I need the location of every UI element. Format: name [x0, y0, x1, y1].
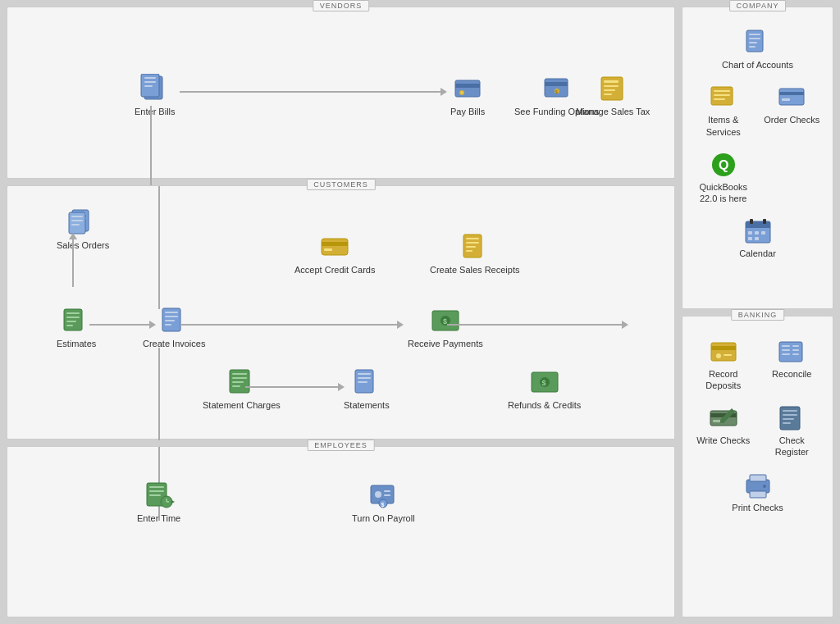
svg-rect-6 — [144, 81, 156, 83]
svg-rect-58 — [358, 381, 368, 383]
svg-rect-87 — [782, 98, 790, 101]
customers-section: CUSTOMERS Sales Orders — [7, 185, 675, 440]
svg-rect-118 — [783, 422, 791, 424]
pay-bills-item[interactable]: Pay Bills — [450, 73, 485, 117]
svg-rect-29 — [64, 309, 82, 330]
svg-rect-101 — [711, 346, 736, 350]
svg-rect-46 — [466, 238, 479, 239]
svg-text:$: $ — [541, 379, 546, 387]
company-label: COMPANY — [729, 0, 787, 11]
enter-time-item[interactable]: Enter Time — [137, 480, 180, 524]
check-register-item[interactable]: Check Register — [760, 399, 825, 463]
print-checks-label: Print Checks — [732, 502, 783, 513]
svg-rect-27 — [71, 220, 83, 221]
calendar-item[interactable]: Calendar — [691, 212, 824, 264]
turn-on-payroll-icon: $ — [367, 480, 399, 511]
calendar-label: Calendar — [739, 248, 776, 259]
employees-label: EMPLOYEES — [307, 440, 375, 451]
manage-sales-tax-icon — [596, 73, 629, 104]
line-v-bottom — [158, 348, 160, 440]
svg-rect-64 — [149, 490, 164, 492]
svg-rect-20 — [604, 93, 612, 95]
manage-sales-tax-item[interactable]: Manage Sales Tax — [576, 73, 650, 117]
svg-rect-79 — [749, 42, 757, 43]
chart-of-accounts-item[interactable]: Chart of Accounts — [691, 24, 824, 75]
items-services-item[interactable]: Items & Services — [691, 79, 756, 143]
order-checks-label: Order Checks — [764, 114, 819, 125]
accept-cc-item[interactable]: Accept Credit Cards — [294, 231, 375, 276]
calendar-icon — [743, 217, 773, 245]
banking-label: BANKING — [731, 309, 785, 321]
svg-point-71 — [375, 491, 381, 498]
estimates-item[interactable]: Estimates — [57, 305, 96, 349]
svg-rect-105 — [782, 345, 790, 347]
arrow-bills-pay — [180, 91, 442, 93]
svg-rect-92 — [746, 225, 770, 228]
svg-rect-28 — [71, 224, 80, 225]
arrow-ci-rp — [181, 324, 399, 326]
statement-charges-item[interactable]: Statement Charges — [203, 367, 281, 411]
vendors-label: VENDORS — [313, 0, 370, 11]
svg-rect-99 — [755, 237, 759, 240]
create-sales-receipts-icon — [459, 231, 491, 262]
print-checks-item[interactable]: Print Checks — [691, 467, 824, 518]
arrow-rp-rd — [447, 324, 623, 326]
svg-rect-72 — [384, 490, 390, 492]
items-services-icon — [709, 84, 738, 112]
svg-rect-54 — [232, 385, 240, 387]
svg-point-102 — [716, 353, 721, 358]
statements-item[interactable]: Statements — [344, 367, 390, 411]
write-checks-item[interactable]: Write Checks — [691, 399, 756, 463]
create-invoices-item[interactable]: Create Invoices — [143, 305, 205, 349]
svg-rect-86 — [779, 92, 804, 95]
svg-rect-56 — [358, 373, 371, 375]
arrow-sc-s — [245, 386, 340, 388]
check-register-label: Check Register — [763, 435, 822, 458]
write-checks-icon — [709, 404, 738, 432]
svg-rect-36 — [165, 316, 178, 317]
enter-bills-item[interactable]: Enter Bills — [135, 73, 176, 117]
chart-of-accounts-label: Chart of Accounts — [722, 59, 793, 71]
svg-rect-38 — [165, 324, 171, 326]
svg-text:$: $ — [555, 89, 558, 94]
svg-rect-5 — [144, 77, 156, 79]
customers-label: CUSTOMERS — [306, 179, 375, 190]
svg-rect-82 — [714, 90, 730, 92]
sales-orders-item[interactable]: Sales Orders — [57, 207, 109, 251]
refunds-credits-item[interactable]: $ Refunds & Credits — [508, 367, 581, 411]
print-checks-icon — [743, 471, 773, 499]
svg-rect-53 — [232, 381, 244, 383]
svg-rect-100 — [711, 343, 736, 361]
receive-payments-icon: $ — [429, 305, 462, 336]
svg-rect-98 — [748, 237, 752, 240]
statement-charges-label: Statement Charges — [203, 399, 281, 411]
quickbooks-item[interactable]: Q QuickBooks 22.0 is here — [691, 146, 756, 210]
svg-rect-7 — [144, 85, 153, 87]
svg-rect-121 — [750, 491, 766, 498]
receive-payments-item[interactable]: $ Receive Payments — [408, 305, 483, 349]
reconcile-icon — [777, 338, 806, 366]
reconcile-item[interactable]: Reconcile — [760, 333, 825, 397]
receive-payments-label: Receive Payments — [408, 338, 483, 349]
order-checks-item[interactable]: Order Checks — [760, 79, 825, 143]
svg-rect-18 — [604, 85, 619, 87]
svg-rect-78 — [749, 38, 760, 39]
svg-rect-65 — [149, 494, 161, 496]
turn-on-payroll-item[interactable]: $ Turn On Payroll — [352, 480, 415, 524]
create-invoices-icon — [158, 305, 190, 336]
svg-rect-94 — [763, 219, 766, 224]
accept-cc-label: Accept Credit Cards — [294, 264, 375, 276]
reconcile-label: Reconcile — [772, 368, 811, 380]
svg-rect-26 — [71, 216, 83, 217]
check-register-icon — [777, 404, 806, 432]
create-sales-receipts-item[interactable]: Create Sales Receipts — [430, 231, 519, 276]
svg-rect-85 — [779, 89, 804, 105]
record-deposits-item[interactable]: Record Deposits — [691, 333, 756, 397]
svg-rect-110 — [792, 353, 799, 355]
write-checks-label: Write Checks — [696, 435, 750, 446]
svg-rect-39 — [322, 239, 348, 255]
enter-time-label: Enter Time — [137, 512, 180, 524]
manage-sales-tax-label: Manage Sales Tax — [576, 106, 650, 117]
svg-rect-17 — [604, 80, 619, 83]
quickbooks-icon: Q — [709, 151, 738, 179]
